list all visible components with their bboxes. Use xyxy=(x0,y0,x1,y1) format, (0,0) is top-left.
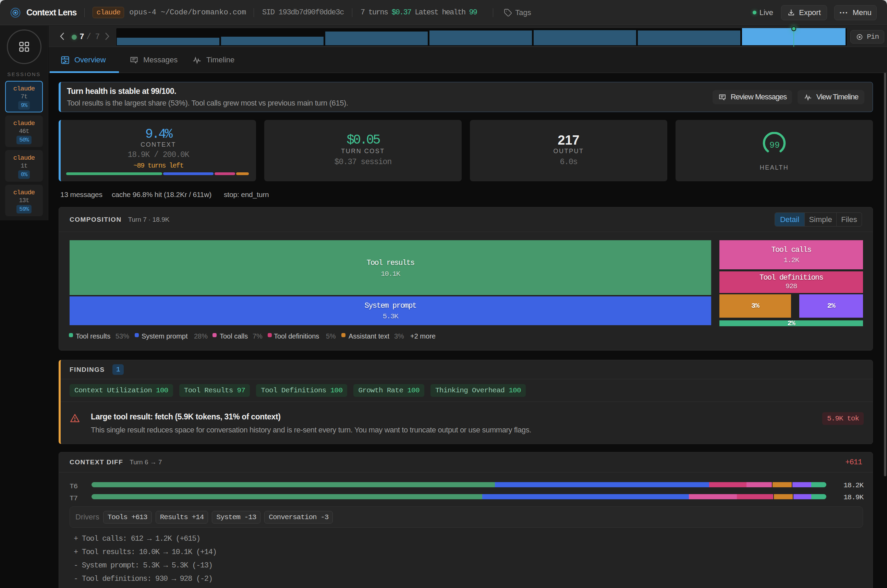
svg-text:99: 99 xyxy=(770,141,780,150)
